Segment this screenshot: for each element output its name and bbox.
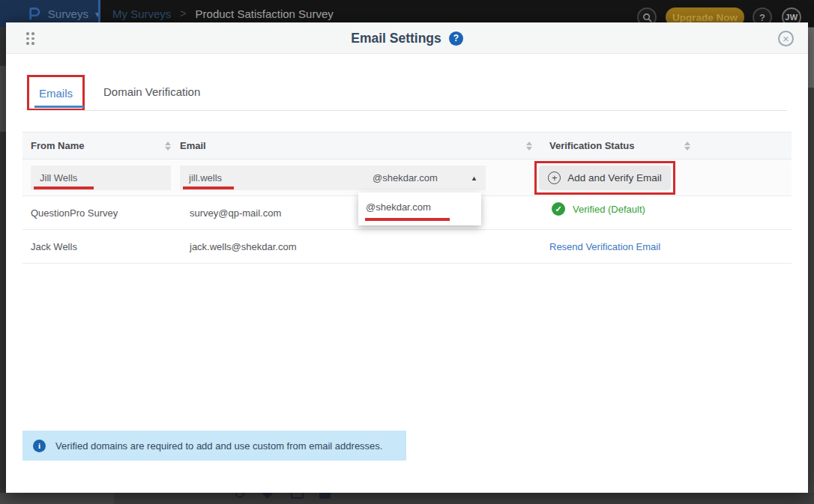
domain-select[interactable]: @shekdar.com ▲	[370, 166, 486, 190]
email-settings-dialog: Email Settings ? × Emails Domain Verific…	[6, 22, 808, 493]
verified-status-badge: ✓ Verified (Default)	[552, 202, 645, 216]
product-switcher-label: Surveys	[48, 7, 88, 20]
sort-icon-email[interactable]	[526, 142, 533, 151]
sort-icon-from-name[interactable]	[165, 142, 172, 151]
tab-emails[interactable]: Emails	[29, 77, 82, 109]
dimmed-left-sidebar-edge	[0, 27, 6, 504]
row-from-name: Jack Wells	[31, 241, 77, 252]
dropdown-open-arrow-icon: ▲	[471, 174, 477, 182]
domain-dropdown-option[interactable]: @shekdar.com	[366, 201, 431, 213]
info-banner-text: Verified domains are required to add and…	[55, 440, 382, 452]
domain-selected-value: @shekdar.com	[373, 172, 438, 183]
dimmed-right-edge	[808, 27, 814, 504]
check-circle-icon: ✓	[552, 202, 565, 216]
table-header-row	[22, 132, 792, 160]
plus-circle-icon: +	[548, 171, 561, 184]
column-header-email: Email	[180, 132, 206, 160]
row-from-name: QuestionPro Survey	[31, 207, 118, 219]
questionpro-logo-icon	[27, 6, 41, 21]
domain-dropdown-menu: @shekdar.com	[358, 192, 481, 225]
info-icon: i	[33, 440, 46, 452]
close-icon: ×	[783, 33, 789, 44]
breadcrumb-current-survey: Product Satisfaction Survey	[196, 7, 334, 20]
dialog-header: Email Settings ? ×	[6, 22, 808, 54]
row-email: survey@qp-mail.com	[190, 207, 281, 219]
breadcrumb-separator: >	[180, 7, 186, 19]
annotation-underline-email	[183, 186, 234, 189]
avatar-initials: JW	[785, 13, 798, 22]
info-banner: i Verified domains are required to add a…	[22, 431, 406, 461]
active-tab-underline	[34, 106, 84, 108]
add-button-label: Add and Verify Email	[567, 172, 661, 183]
dialog-title: Email Settings	[351, 31, 441, 46]
tab-domain-verification[interactable]: Domain Verification	[103, 75, 200, 109]
annotation-box-add-button: + Add and Verify Email	[534, 161, 675, 195]
close-dialog-button[interactable]: ×	[778, 31, 794, 46]
column-header-from-name: From Name	[31, 132, 85, 160]
annotation-underline-dropdown-option	[365, 218, 450, 221]
question-mark-icon: ?	[759, 12, 765, 23]
title-help-icon[interactable]: ?	[449, 31, 463, 46]
verified-status-label: Verified (Default)	[573, 204, 645, 215]
search-icon	[642, 13, 652, 22]
sort-icon-verification-status[interactable]	[684, 142, 691, 151]
table-row	[22, 230, 792, 264]
row-email: jack.wells@shekdar.com	[190, 241, 297, 252]
column-header-verification-status: Verification Status	[549, 132, 634, 160]
screen: Surveys ▾ My Surveys > Product Satisfact…	[0, 0, 814, 504]
resend-verification-email-link[interactable]: Resend Verification Email	[549, 241, 660, 252]
scrollbar-thumb[interactable]	[808, 28, 814, 88]
add-and-verify-email-button[interactable]: + Add and Verify Email	[539, 166, 671, 190]
breadcrumb-my-surveys[interactable]: My Surveys	[112, 7, 171, 20]
tabs-divider	[27, 110, 787, 111]
annotation-underline-from-name	[34, 186, 94, 189]
